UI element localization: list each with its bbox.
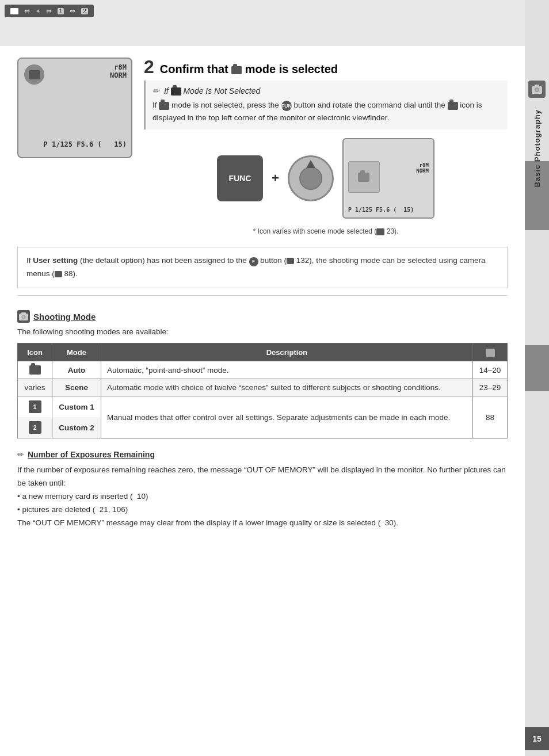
table-cell-ref-auto: 14–20 bbox=[473, 361, 508, 379]
pencil-icon: ✏ bbox=[152, 86, 159, 96]
step-number: 2 bbox=[144, 58, 154, 76]
mode-cam-icon bbox=[10, 8, 18, 14]
step2-section: r8M NORM P 1/125 F5.6 ( 15) 2 Confirm th… bbox=[17, 58, 508, 235]
table-header-icon: Icon bbox=[18, 343, 52, 361]
preview-badge: r8M NORM bbox=[110, 63, 127, 79]
svg-point-7 bbox=[23, 316, 25, 318]
mini-camera-preview: r8M NORM P 1/125 F5.6 ( 15) bbox=[342, 138, 434, 219]
box1-icon: 1 bbox=[58, 8, 64, 14]
command-dial-illustration bbox=[288, 155, 334, 201]
ref-icon-132 bbox=[287, 258, 294, 264]
sidebar-top-icon bbox=[528, 81, 546, 98]
mode-table: Icon Mode Description Auto Automatic, “p… bbox=[17, 343, 508, 438]
table-cell-mode-custom1: Custom 1 bbox=[52, 396, 101, 418]
exposures-bullet1: • a new memory card is inserted ( 10) bbox=[17, 492, 148, 501]
table-row: Auto Automatic, “point-and-shoot” mode. … bbox=[18, 361, 508, 379]
star-icon: ✦ bbox=[36, 8, 40, 14]
camera-mode-icon bbox=[231, 66, 242, 74]
shooting-mode-subtitle: The following shooting modes are availab… bbox=[17, 327, 508, 336]
step2-content: 2 Confirm that mode is selected ✏ If Mod… bbox=[144, 58, 508, 235]
mini-badges: r8M NORM bbox=[416, 162, 429, 174]
func-button-illustration: FUNC bbox=[217, 155, 263, 201]
mini-mode-bar: ⇔ ✦ ⇔ 1 ⇔ 2 bbox=[5, 5, 94, 17]
exposures-text-2: The “OUT OF MEMORY” message may clear fr… bbox=[17, 518, 398, 527]
table-cell-icon-custom1: 1 bbox=[18, 396, 52, 418]
shooting-mode-title: Shooting Mode bbox=[33, 312, 96, 322]
preview-bottom-text: P 1/125 F5.6 ( 15) bbox=[44, 140, 127, 148]
table-cell-desc-custom: Manual modes that offer control over all… bbox=[101, 396, 473, 438]
table-row: 1 Custom 1 Manual modes that offer contr… bbox=[18, 396, 508, 418]
plus-sign: + bbox=[272, 171, 279, 186]
dial-arrow bbox=[306, 160, 315, 168]
exposures-title: Number of Exposures Remaining bbox=[28, 450, 155, 459]
note-box: ✏ If Mode Is Not Selected If mode is not… bbox=[144, 81, 508, 129]
custom2-icon: 2 bbox=[29, 421, 41, 434]
ref-icon-note bbox=[376, 228, 384, 235]
table-header-ref bbox=[473, 343, 508, 361]
table-cell-ref-custom: 88 bbox=[473, 396, 508, 438]
page-number: 15 bbox=[525, 727, 549, 750]
exposures-section: ✏ Number of Exposures Remaining If the n… bbox=[17, 450, 508, 530]
arrow2-icon: ⇔ bbox=[46, 7, 52, 15]
table-cell-desc-auto: Automatic, “point-and-shoot” mode. bbox=[101, 361, 473, 379]
user-setting-text: User setting bbox=[33, 256, 78, 265]
step2-header: 2 Confirm that mode is selected bbox=[144, 58, 508, 76]
illustration-area: FUNC + ⇔ ✦ ⇔ 1 ⇔ 2 bbox=[144, 138, 508, 219]
main-content: r8M NORM P 1/125 F5.6 ( 15) 2 Confirm th… bbox=[0, 0, 525, 541]
info-box: If User setting (the default option) has… bbox=[17, 247, 508, 288]
pencil-icon-exposures: ✏ bbox=[17, 450, 24, 459]
dial-inner bbox=[299, 167, 322, 190]
icon-note: * Icon varies with scene mode selected (… bbox=[144, 227, 508, 235]
camera-icon-preview bbox=[24, 64, 44, 85]
exposures-text-1: If the number of exposures remaining rea… bbox=[17, 465, 506, 487]
svg-rect-5 bbox=[21, 312, 26, 315]
svg-rect-1 bbox=[535, 85, 539, 87]
svg-point-3 bbox=[536, 89, 538, 91]
mini-cam-icon bbox=[358, 173, 369, 182]
table-cell-mode-scene: Scene bbox=[52, 379, 101, 396]
box2-icon: 2 bbox=[81, 8, 88, 14]
func-inline-icon: FUNC bbox=[281, 101, 292, 111]
arrow-icon: ⇔ bbox=[24, 7, 30, 15]
right-sidebar: Basic Photography bbox=[525, 0, 549, 756]
sidebar-label: Basic Photography bbox=[533, 109, 542, 187]
note-body: If mode is not selected, press the FUNC … bbox=[152, 99, 501, 124]
arrow3-icon: ⇔ bbox=[70, 7, 75, 15]
note-inline-cam bbox=[159, 102, 169, 110]
exposures-header: ✏ Number of Exposures Remaining bbox=[17, 450, 508, 459]
shooting-mode-header: Shooting Mode bbox=[17, 310, 508, 323]
ref-header-icon bbox=[486, 349, 495, 357]
table-cell-ref-scene: 23–29 bbox=[473, 379, 508, 396]
note-inline-cam2 bbox=[448, 102, 458, 110]
section-divider bbox=[17, 295, 508, 296]
exposures-body: If the number of exposures remaining rea… bbox=[17, 464, 508, 530]
auto-camera-icon bbox=[29, 365, 41, 375]
custom1-icon: 1 bbox=[29, 400, 41, 413]
camera-preview-left: r8M NORM P 1/125 F5.6 ( 15) bbox=[17, 58, 132, 158]
mini-preview-container: ⇔ ✦ ⇔ 1 ⇔ 2 r8M NORM bbox=[342, 138, 434, 219]
varies-text: varies bbox=[24, 383, 45, 392]
exposures-bullet2: • pictures are deleted ( 21, 106) bbox=[17, 505, 128, 514]
table-cell-icon-auto bbox=[18, 361, 52, 379]
note-title: ✏ If Mode Is Not Selected bbox=[152, 86, 501, 96]
mini-bottom-text: P 1/125 F5.6 ( 15) bbox=[348, 207, 429, 213]
func-ref-icon: F bbox=[249, 257, 258, 266]
table-row: varies Scene Automatic mode with choice … bbox=[18, 379, 508, 396]
mini-preview-inner bbox=[348, 161, 380, 193]
sidebar-accent-bar2 bbox=[525, 345, 549, 391]
table-cell-mode-custom2: Custom 2 bbox=[52, 417, 101, 438]
note-camera-icon bbox=[171, 87, 181, 96]
table-cell-icon-scene: varies bbox=[18, 379, 52, 396]
table-cell-desc-scene: Automatic mode with choice of twelve “sc… bbox=[101, 379, 473, 396]
ref-icon-88 bbox=[55, 271, 62, 277]
table-header-mode: Mode bbox=[52, 343, 101, 361]
shooting-mode-icon bbox=[17, 310, 30, 323]
table-cell-icon-custom2: 2 bbox=[18, 417, 52, 438]
step2-title: Confirm that mode is selected bbox=[160, 63, 338, 76]
table-cell-mode-auto: Auto bbox=[52, 361, 101, 379]
table-header-desc: Description bbox=[101, 343, 473, 361]
